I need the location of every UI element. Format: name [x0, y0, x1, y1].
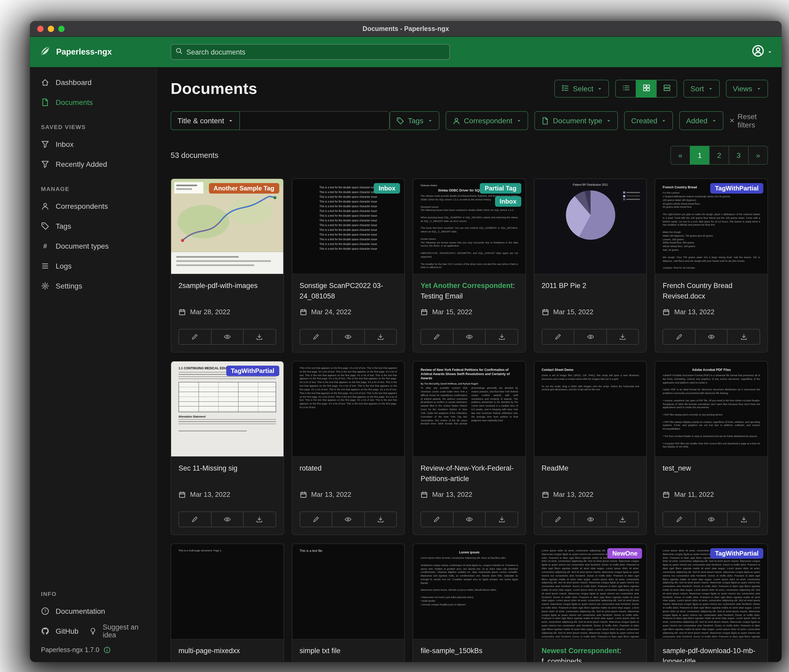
user-menu[interactable]: [752, 45, 772, 59]
filter-correspondent-button[interactable]: Correspondent: [446, 111, 528, 130]
tag-badge[interactable]: TagWithPartial: [710, 548, 763, 559]
sidebar-item-documents[interactable]: Documents: [30, 92, 157, 112]
document-thumbnail[interactable]: This is the text that appears on the fir…: [292, 361, 404, 457]
document-thumbnail[interactable]: French Country BreadFor the Leaven: 1 he…: [655, 179, 767, 274]
view-document-button[interactable]: [332, 329, 364, 345]
document-card[interactable]: French Country BreadFor the Leaven: 1 he…: [655, 178, 768, 352]
document-thumbnail[interactable]: Review of New York Federal Petitions for…: [413, 361, 525, 457]
sidebar-item-documentation[interactable]: ?Documentation: [30, 601, 157, 621]
document-thumbnail[interactable]: Another Sample Tag: [171, 179, 283, 274]
document-thumbnail[interactable]: Lorem ipsum dolor sit amet, consectetur …: [534, 544, 647, 640]
view-document-button[interactable]: [211, 511, 244, 527]
document-thumbnail[interactable]: This is a test file.: [292, 544, 404, 640]
document-thumbnail[interactable]: Lorem ipsum dolor sit amet, consectetur …: [655, 544, 767, 640]
document-thumbnail[interactable]: This is a test for the double space char…: [292, 179, 404, 274]
edit-document-button[interactable]: [299, 329, 332, 345]
document-correspondent[interactable]: Newest Correspondent: [542, 647, 620, 655]
document-correspondent[interactable]: Yet Another Correspondent: [420, 282, 513, 290]
view-document-button[interactable]: [211, 329, 244, 345]
brand[interactable]: Paperless-ngx: [39, 45, 112, 59]
download-document-button[interactable]: [727, 511, 760, 527]
document-thumbnail[interactable]: Adobe Acrobat PDF FilesAdobe® Portable D…: [655, 361, 767, 457]
sidebar-item-inbox[interactable]: Inbox: [30, 134, 157, 154]
tag-badge[interactable]: Inbox: [374, 183, 400, 194]
sidebar-item-tags[interactable]: Tags: [30, 216, 157, 236]
reset-filters-button[interactable]: ×Reset filters: [730, 112, 768, 129]
sort-button[interactable]: Sort: [684, 80, 719, 97]
edit-document-button[interactable]: [663, 329, 696, 345]
filter-created-button[interactable]: Created: [624, 111, 673, 130]
detail-view-button[interactable]: [656, 80, 677, 97]
download-document-button[interactable]: [243, 329, 276, 345]
pagination-page-3-button[interactable]: 3: [728, 146, 749, 165]
sidebar-item-logs[interactable]: Logs: [30, 256, 157, 276]
pagination-page-2-button[interactable]: 2: [709, 146, 729, 165]
document-thumbnail[interactable]: Lorem ipsumLorem ipsum dolor sit amet, c…: [413, 544, 525, 640]
sidebar-item-settings[interactable]: Settings: [30, 276, 157, 296]
tag-badge[interactable]: TagWithPartial: [710, 183, 763, 194]
select-button[interactable]: Select: [554, 80, 609, 97]
view-document-button[interactable]: [695, 329, 728, 345]
edit-document-button[interactable]: [179, 511, 211, 527]
document-thumbnail[interactable]: Contact Sheet DemoGiven a set of image f…: [534, 361, 647, 457]
document-card[interactable]: Release NotesSimba ODBC Driver for SQL S…: [413, 178, 526, 352]
filter-tags-button[interactable]: Tags: [390, 111, 439, 130]
document-thumbnail[interactable]: Release NotesSimba ODBC Driver for SQL S…: [413, 179, 525, 274]
document-card[interactable]: Adobe Acrobat PDF FilesAdobe® Portable D…: [655, 361, 768, 535]
download-document-button[interactable]: [606, 329, 639, 345]
document-card[interactable]: Contact Sheet DemoGiven a set of image f…: [534, 361, 647, 535]
edit-document-button[interactable]: [420, 329, 453, 345]
document-thumbnail[interactable]: This is a multi page document. Page 1.: [171, 544, 283, 640]
edit-document-button[interactable]: [663, 511, 696, 527]
sidebar-item-dashboard[interactable]: Dashboard: [30, 72, 157, 92]
sidebar-item-recently-added[interactable]: Recently Added: [30, 154, 157, 174]
document-card[interactable]: Another Sample Tag2sample-pdf-with-image…: [171, 178, 284, 352]
download-document-button[interactable]: [485, 511, 518, 527]
tag-badge[interactable]: TagWithPartial: [226, 366, 279, 376]
edit-document-button[interactable]: [179, 329, 211, 345]
edit-document-button[interactable]: [299, 511, 332, 527]
list-view-button[interactable]: [615, 80, 636, 97]
filter-field-selector[interactable]: Title & content: [171, 111, 240, 130]
search-box[interactable]: [171, 44, 450, 60]
document-card[interactable]: Lorem ipsum dolor sit amet, consectetur …: [534, 543, 647, 662]
document-card[interactable]: This is a test for the double space char…: [292, 178, 405, 352]
document-card[interactable]: This is the text that appears on the fir…: [292, 361, 405, 535]
view-document-button[interactable]: [332, 511, 364, 527]
tag-badge[interactable]: Another Sample Tag: [209, 183, 279, 194]
document-card[interactable]: Lorem ipsumLorem ipsum dolor sit amet, c…: [413, 543, 526, 662]
edit-document-button[interactable]: [420, 511, 453, 527]
download-document-button[interactable]: [485, 329, 518, 345]
tag-badge[interactable]: NewOne: [608, 548, 642, 559]
pagination-prev-button[interactable]: «: [670, 146, 690, 165]
edit-document-button[interactable]: [542, 511, 575, 527]
document-thumbnail[interactable]: 1.1 CONTINUING MEDICAL EDUCATIONAttestat…: [171, 361, 283, 457]
grid-view-button[interactable]: [636, 80, 657, 97]
pagination-next-button[interactable]: »: [748, 146, 768, 165]
view-document-button[interactable]: [453, 511, 486, 527]
edit-document-button[interactable]: [542, 329, 575, 345]
filter-added-button[interactable]: Added: [679, 111, 723, 130]
sidebar-item-correspondents[interactable]: Correspondents: [30, 196, 157, 216]
view-document-button[interactable]: [574, 511, 607, 527]
document-card[interactable]: Patient BP Distribution 20112011 BP Pie …: [534, 178, 647, 352]
view-document-button[interactable]: [453, 329, 486, 345]
filter-document-type-button[interactable]: Document type: [534, 111, 618, 130]
search-input[interactable]: [186, 48, 445, 56]
document-card[interactable]: 1.1 CONTINUING MEDICAL EDUCATIONAttestat…: [171, 361, 284, 535]
view-document-button[interactable]: [695, 511, 728, 527]
views-button[interactable]: Views: [726, 80, 768, 97]
download-document-button[interactable]: [364, 511, 397, 527]
filter-text-input[interactable]: [240, 111, 390, 130]
document-card[interactable]: Review of New York Federal Petitions for…: [413, 361, 526, 535]
sidebar-item-suggest-an-idea[interactable]: Suggest an idea: [83, 621, 157, 641]
download-document-button[interactable]: [243, 511, 276, 527]
tag-badge[interactable]: Partial Tag: [480, 183, 521, 194]
document-card[interactable]: Lorem ipsum dolor sit amet, consectetur …: [655, 543, 768, 662]
document-thumbnail[interactable]: Patient BP Distribution 2011: [534, 179, 647, 274]
tag-badge[interactable]: Inbox: [495, 196, 521, 207]
document-card[interactable]: This is a multi page document. Page 1.mu…: [171, 543, 284, 662]
sidebar-item-github[interactable]: GitHub: [30, 621, 83, 641]
sidebar-item-document-types[interactable]: #Document types: [30, 236, 157, 256]
view-document-button[interactable]: [574, 329, 607, 345]
